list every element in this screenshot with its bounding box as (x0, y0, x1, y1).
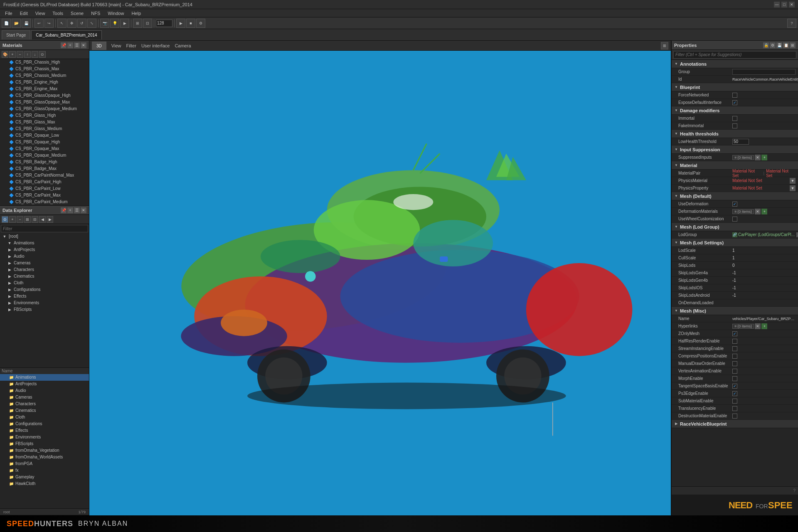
de-pin-btn[interactable]: 📌 (61, 207, 66, 213)
prop-lg-link-icon[interactable]: 🔗 (732, 232, 737, 237)
de-name-cinematics[interactable]: 📁 Cinematics (0, 407, 89, 414)
mat-item-carpaint-med[interactable]: 🔷CS_PBR_CarPaint_Medium (0, 199, 89, 205)
prop-hl-add-btn[interactable]: + (761, 323, 767, 329)
de-filter-input[interactable] (1, 225, 88, 232)
prop-p3ee-checkbox[interactable] (732, 391, 737, 396)
mat-item-glassopaque-med[interactable]: 🔷CS_PBR_GlassOpaque_Medium (0, 106, 89, 112)
mat-item-glass-medium[interactable]: 🔷CS_PBR_Glass_Medium (0, 126, 89, 132)
de-name-audio[interactable]: 📁 Audio (0, 387, 89, 394)
toolbar-snap[interactable]: ⊡ (143, 19, 152, 28)
prop-dme-checkbox[interactable] (732, 414, 737, 419)
prop-vae-checkbox[interactable] (732, 369, 737, 374)
mat-item-chassis-medium[interactable]: 🔷CS_PBR_Chassis_Medium (0, 72, 89, 79)
mat-item-glass-high[interactable]: 🔷CS_PBR_Glass_High (0, 112, 89, 119)
viewport-canvas[interactable] (89, 51, 671, 515)
de-name-cloth[interactable]: 📁 Cloth (0, 414, 89, 421)
de-tree-effects[interactable]: ▶ Effects (0, 293, 89, 300)
viewport-menu-filter[interactable]: Filter (126, 43, 136, 48)
menu-file[interactable]: File (2, 9, 16, 17)
mat-item-carpaintnormal[interactable]: 🔷CS_PBR_CarPaintNormal_Max (0, 172, 89, 179)
mat-item-opaque-low[interactable]: 🔷CS_PBR_Opaque_Low (0, 132, 89, 139)
de-tree-animations[interactable]: ▼ Animations (0, 240, 89, 246)
menu-scene[interactable]: Scene (67, 9, 87, 17)
toolbar-move[interactable]: ✥ (67, 19, 76, 28)
prop-edi-checkbox[interactable] (732, 100, 737, 105)
de-name-cameras[interactable]: 📁 Cameras (0, 394, 89, 401)
toolbar-scale[interactable]: ⤡ (87, 19, 96, 28)
prop-dm-add-btn[interactable]: + (761, 209, 767, 214)
menu-window[interactable]: Window (104, 9, 127, 17)
inputsup-section[interactable]: ▼ Input Suppression (672, 145, 798, 154)
mat-item-glass-max[interactable]: 🔷CS_PBR_Glass_Max (0, 119, 89, 126)
toolbar-settings[interactable]: ⚙ (196, 19, 205, 28)
prop-imm-checkbox[interactable] (732, 116, 737, 121)
de-tool-nav1[interactable]: ◀ (39, 216, 46, 223)
de-tree-configs[interactable]: ▶ Configurations (0, 286, 89, 293)
prop-fi-checkbox[interactable] (732, 123, 737, 128)
mat-item-glassopaque-max[interactable]: 🔷CS_PBR_GlassOpaque_Max (0, 99, 89, 106)
de-name-fbscripts[interactable]: 📁 FBScripts (0, 441, 89, 447)
prop-group-input[interactable] (732, 69, 796, 75)
prop-dm-clear-btn[interactable]: ✕ (755, 209, 761, 214)
mat-tool-btn2[interactable]: + (9, 51, 16, 58)
toolbar-open[interactable]: 📂 (12, 19, 21, 28)
mat-item-carpaint-max[interactable]: 🔷CS_PBR_CarPaint_Max (0, 192, 89, 199)
prop-me-checkbox[interactable] (732, 376, 737, 381)
mat-item-opaque-high[interactable]: 🔷CS_PBR_Opaque_High (0, 139, 89, 145)
materials-add-btn[interactable]: + (67, 42, 73, 48)
de-tool-nav2[interactable]: ▶ (47, 216, 53, 223)
tab-current-file[interactable]: Car_Subaru_BRZPremium_2014 (31, 30, 101, 39)
toolbar-redo[interactable]: ↪ (44, 19, 54, 28)
mat-item-badge-max[interactable]: 🔷CS_PBR_Badge_Max (0, 165, 89, 172)
menu-nfs[interactable]: NFS (88, 9, 103, 17)
prop-lht-input[interactable] (732, 139, 749, 145)
de-tool-del[interactable]: − (17, 216, 23, 223)
mat-item-chassis-max[interactable]: 🔷CS_PBR_Chassis_Max (0, 66, 89, 72)
de-name-gameplay[interactable]: 📁 Gameplay (0, 474, 89, 480)
viewport-tab-3d[interactable]: 3D (92, 42, 106, 50)
materials-panel-header[interactable]: Materials 📌 + ☰ ✕ (0, 41, 89, 50)
viewport-menu-ui[interactable]: User interface (141, 43, 170, 48)
de-tree-cinematics[interactable]: ▶ Cinematics (0, 273, 89, 280)
toolbar-grid[interactable]: ⊞ (133, 19, 142, 28)
mat-tool-btn1[interactable]: 🎨 (2, 51, 8, 58)
de-name-effects[interactable]: 📁 Effects (0, 427, 89, 434)
mat-tool-btn4[interactable]: ↑ (24, 51, 31, 58)
props-save-btn[interactable]: 💾 (776, 42, 782, 48)
materials-pin-btn[interactable]: 📌 (61, 42, 66, 48)
props-expand-btn[interactable]: ⊞ (790, 42, 796, 48)
mat-item-opaque-max[interactable]: 🔷CS_PBR_Opaque_Max (0, 145, 89, 152)
prop-uwc-checkbox[interactable] (732, 217, 737, 222)
mat-item-opaque-med[interactable]: 🔷CS_PBR_Opaque_Medium (0, 152, 89, 159)
de-tree-fbscripts[interactable]: ▶ FBScripts (0, 306, 89, 313)
meshlodgroup-section[interactable]: ▼ Mesh (Lod Group) (672, 223, 798, 231)
props-copy-btn[interactable]: 📋 (783, 42, 789, 48)
toolbar-rotate[interactable]: ↺ (77, 19, 86, 28)
prop-si-add-btn[interactable]: + (761, 155, 767, 160)
prop-hrr-checkbox[interactable] (732, 339, 737, 344)
prop-cpe-checkbox[interactable] (732, 354, 737, 359)
health-section[interactable]: ▼ Health thresholds (672, 130, 798, 138)
prop-lg-nav-btn[interactable]: … (796, 232, 798, 237)
de-tree-environments[interactable]: ▶ Environments (0, 300, 89, 306)
de-name-configurations[interactable]: 📁 Configurations (0, 421, 89, 427)
tab-start-page[interactable]: Start Page (2, 30, 30, 39)
props-help-btn[interactable]: ? (793, 488, 796, 493)
de-add-btn[interactable]: + (67, 207, 73, 213)
de-name-antprojects[interactable]: 📁 AntProjects (0, 381, 89, 387)
prop-zom-checkbox[interactable] (732, 331, 737, 336)
mat-item-carpaint-low[interactable]: 🔷CS_PBR_CarPaint_Low (0, 185, 89, 192)
de-name-frompga[interactable]: 📁 fromPGA (0, 461, 89, 467)
prop-pp-dropdown[interactable]: ▼ (790, 185, 796, 191)
close-button[interactable]: ✕ (789, 2, 795, 7)
mat-item-glassopaque-high[interactable]: 🔷CS_PBR_GlassOpaque_High (0, 92, 89, 99)
mat-item-engine-max[interactable]: 🔷CS_PBR_Engine_Max (0, 86, 89, 92)
toolbar-render[interactable]: ▶ (120, 19, 129, 28)
de-name-fx[interactable]: 📁 fx (0, 467, 89, 474)
props-pin-btn[interactable]: 🔒 (763, 42, 769, 48)
toolbar-camera[interactable]: 📷 (100, 19, 109, 28)
meshlodsettings-section[interactable]: ▼ Mesh (Lod Settings) (672, 239, 798, 247)
de-name-omaha-veg[interactable]: 📁 fromOmaha_Vegetation (0, 447, 89, 454)
de-name-hawkcloth[interactable]: 📁 HawkCloth (0, 480, 89, 487)
menu-tools[interactable]: Tools (49, 9, 66, 17)
